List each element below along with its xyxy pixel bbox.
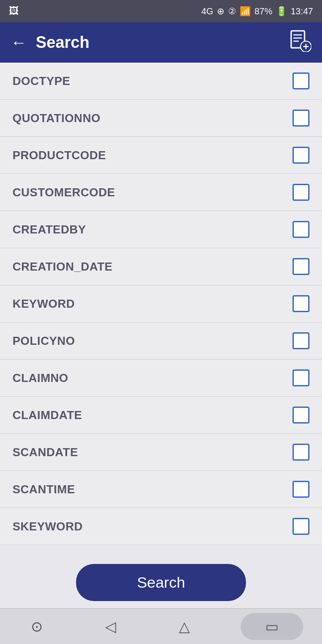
field-row-scandate: SCANDATE xyxy=(0,434,322,471)
field-checkbox-scantime[interactable] xyxy=(292,481,309,498)
nav-recent[interactable]: ▭ xyxy=(241,613,303,640)
status-bar: 🖼 4G ⊕ ② 📶 87% 🔋 13:47 xyxy=(0,0,322,22)
field-row-creation_date: CREATION_DATE xyxy=(0,248,322,285)
battery-icon: 🔋 xyxy=(276,6,287,17)
field-checkbox-createdby[interactable] xyxy=(292,221,309,238)
new-document-button[interactable] xyxy=(289,30,311,56)
new-document-icon xyxy=(289,30,311,52)
header-title: Search xyxy=(36,33,289,52)
download-icon: ⊙ xyxy=(31,618,43,635)
nav-home[interactable]: △ xyxy=(167,613,203,640)
app-header: ← Search xyxy=(0,22,322,63)
field-checkbox-quotationno[interactable] xyxy=(292,110,309,127)
image-icon: 🖼 xyxy=(9,5,19,17)
network-icon: ⊕ xyxy=(217,6,225,17)
field-row-policyno: POLICYNO xyxy=(0,322,322,360)
field-label-policyno: POLICYNO xyxy=(13,334,75,348)
field-row-quotationno: QUOTATIONNO xyxy=(0,100,322,137)
field-checkbox-doctype[interactable] xyxy=(292,72,309,89)
battery-level: 87% xyxy=(254,6,272,17)
field-row-doctype: DOCTYPE xyxy=(0,63,322,100)
field-label-quotationno: QUOTATIONNO xyxy=(13,111,101,125)
field-label-customercode: CUSTOMERCODE xyxy=(13,186,115,199)
status-bar-right: 4G ⊕ ② 📶 87% 🔋 13:47 xyxy=(201,6,313,17)
field-checkbox-creation_date[interactable] xyxy=(292,258,309,275)
sim-icon: ② xyxy=(228,6,236,17)
field-label-productcode: PRODUCTCODE xyxy=(13,148,106,162)
field-checkbox-keyword[interactable] xyxy=(292,295,309,312)
field-row-keyword: KEYWORD xyxy=(0,285,322,322)
search-btn-container: Search xyxy=(0,557,322,608)
network-type: 4G xyxy=(201,6,213,17)
status-bar-left: 🖼 xyxy=(9,5,19,17)
bottom-nav: ⊙ ◁ △ ▭ xyxy=(0,608,322,644)
field-label-creation_date: CREATION_DATE xyxy=(13,260,113,274)
field-label-skeyword: SKEYWORD xyxy=(13,520,83,534)
back-button[interactable]: ← xyxy=(11,33,27,52)
home-icon: △ xyxy=(179,618,190,635)
field-row-claimdate: CLAIMDATE xyxy=(0,397,322,434)
field-checkbox-claimdate[interactable] xyxy=(292,407,309,424)
search-button[interactable]: Search xyxy=(76,564,246,601)
time: 13:47 xyxy=(291,6,313,17)
field-label-scantime: SCANTIME xyxy=(13,483,75,496)
field-label-keyword: KEYWORD xyxy=(13,297,75,311)
field-checkbox-productcode[interactable] xyxy=(292,147,309,164)
back-nav-icon: ◁ xyxy=(105,618,116,635)
field-checkbox-skeyword[interactable] xyxy=(292,518,309,535)
field-row-productcode: PRODUCTCODE xyxy=(0,137,322,174)
field-label-scandate: SCANDATE xyxy=(13,445,78,459)
field-checkbox-policyno[interactable] xyxy=(292,332,309,349)
nav-download[interactable]: ⊙ xyxy=(19,613,55,640)
field-row-scantime: SCANTIME xyxy=(0,471,322,508)
recent-icon: ▭ xyxy=(265,618,279,635)
field-checkbox-customercode[interactable] xyxy=(292,184,309,201)
field-checkbox-scandate[interactable] xyxy=(292,444,309,461)
field-row-claimno: CLAIMNO xyxy=(0,360,322,397)
field-row-skeyword: SKEYWORD xyxy=(0,508,322,545)
field-label-claimdate: CLAIMDATE xyxy=(13,408,82,422)
signal-icon: 📶 xyxy=(240,6,251,17)
nav-back[interactable]: ◁ xyxy=(93,613,129,640)
field-label-doctype: DOCTYPE xyxy=(13,74,70,88)
field-row-createdby: CREATEDBY xyxy=(0,211,322,248)
field-checkbox-claimno[interactable] xyxy=(292,369,309,386)
field-label-claimno: CLAIMNO xyxy=(13,371,68,385)
field-label-createdby: CREATEDBY xyxy=(13,223,86,237)
field-row-customercode: CUSTOMERCODE xyxy=(0,174,322,211)
